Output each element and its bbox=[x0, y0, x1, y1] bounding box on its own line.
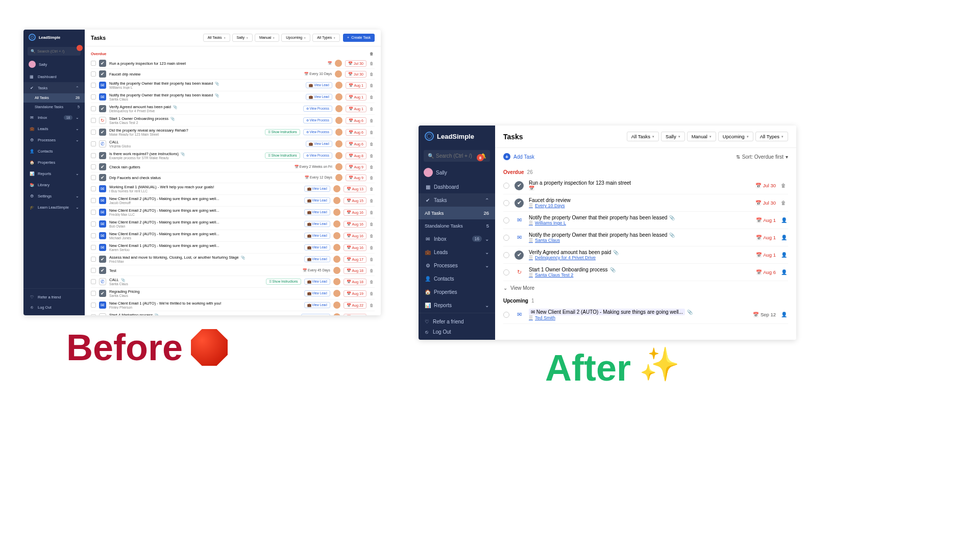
show-instructions-pill[interactable]: ☰ Show Instructions bbox=[266, 279, 301, 285]
task-checkbox[interactable] bbox=[91, 233, 96, 238]
filter-manual[interactable]: Manual▾ bbox=[687, 132, 716, 141]
sidebar-item-reports[interactable]: 📊 Reports ⌄ bbox=[23, 168, 85, 179]
sidebar-subitem-standalone-tasks[interactable]: Standalone Tasks5 bbox=[419, 219, 495, 232]
task-checkbox[interactable] bbox=[91, 314, 96, 315]
task-row[interactable]: ✉ New Client Email 2 (AUTO) - Making sur… bbox=[91, 195, 375, 207]
view-pill[interactable]: 💼 View Lead bbox=[304, 302, 330, 308]
task-checkbox[interactable] bbox=[91, 257, 96, 262]
task-row[interactable]: ✔ Run a property inspection for 123 main… bbox=[503, 177, 788, 194]
filter-all-types[interactable]: All Types▾ bbox=[312, 34, 340, 42]
trash-icon[interactable]: 🗑 bbox=[781, 200, 788, 206]
task-row[interactable]: ✔ Test 📅 Every 45 Days 📅 Aug 18 🗑 bbox=[91, 265, 375, 276]
notification-badge[interactable] bbox=[77, 45, 83, 51]
sidebar-item-dashboard[interactable]: ▦ Dashboard bbox=[419, 180, 495, 193]
sidebar-item-properties[interactable]: 🏠 Properties bbox=[23, 157, 85, 168]
task-checkbox[interactable] bbox=[91, 94, 96, 99]
footer-refer-a-friend[interactable]: ♡Refer a friend bbox=[424, 316, 490, 327]
search-input[interactable] bbox=[37, 49, 78, 54]
trash-icon[interactable]: 🗑 bbox=[781, 183, 788, 188]
task-subtitle[interactable]: ☰ Delinquency for 4 Privet Drive bbox=[529, 255, 751, 260]
task-row[interactable]: ✔ Is there work required? (see instructi… bbox=[91, 150, 375, 162]
task-checkbox[interactable] bbox=[91, 71, 96, 77]
bell-icon[interactable]: 🔔8 bbox=[480, 153, 486, 159]
task-checkbox[interactable] bbox=[91, 164, 96, 169]
task-row[interactable]: ✉ Working Email 1 (MANUAL) - We'll help … bbox=[91, 183, 375, 195]
view-pill[interactable]: 💼 View Lead bbox=[304, 186, 330, 192]
person-icon[interactable]: 👤 bbox=[781, 235, 788, 240]
view-pill[interactable]: ⚙ View Process bbox=[301, 314, 330, 315]
task-checkbox[interactable] bbox=[91, 210, 96, 215]
task-row[interactable]: ✉ New Client Email 1 (AUTO) - We're thri… bbox=[91, 299, 375, 311]
task-row[interactable]: ✉ Notify the property Owner that their p… bbox=[503, 212, 788, 229]
task-row[interactable]: ✆ CALL 📎 Santa Claus ☰ Show Instructions… bbox=[91, 276, 375, 288]
sidebar-subitem-all-tasks[interactable]: All Tasks26 bbox=[419, 207, 495, 219]
view-more-button[interactable]: ⌄ View More bbox=[503, 281, 788, 295]
task-row[interactable]: ✆ CALL Virginia Globo 💼 View Lead 📅 Aug … bbox=[91, 138, 375, 150]
trash-icon[interactable]: 🗑 bbox=[370, 176, 375, 180]
sidebar-subitem-all-tasks[interactable]: All Tasks28 bbox=[23, 93, 85, 103]
trash-icon[interactable]: 🗑 bbox=[370, 222, 375, 227]
view-pill[interactable]: 💼 View Lead bbox=[304, 256, 330, 262]
task-row[interactable]: ✔ Run a property inspection for 123 main… bbox=[91, 58, 375, 69]
view-pill[interactable]: 💼 View Lead bbox=[304, 209, 330, 215]
task-subtitle[interactable]: ☰ Williams Inge L bbox=[529, 220, 751, 226]
filter-upcoming[interactable]: Upcoming▾ bbox=[281, 34, 310, 42]
task-radio[interactable] bbox=[503, 200, 509, 206]
trash-icon[interactable]: 🗑 bbox=[370, 118, 375, 123]
trash-icon[interactable]: 🗑 bbox=[370, 315, 375, 316]
task-row[interactable]: ✔ Check rain gutters 📅 Every 2 Weeks on … bbox=[91, 162, 375, 172]
view-pill[interactable]: 💼 View Lead bbox=[304, 244, 330, 251]
filter-sally[interactable]: Sally▾ bbox=[661, 132, 685, 141]
view-pill[interactable]: 💼 View Lead bbox=[304, 221, 330, 227]
view-pill[interactable]: 💼 View Lead bbox=[306, 141, 332, 147]
sidebar-item-dashboard[interactable]: ▦ Dashboard bbox=[23, 71, 85, 82]
view-pill[interactable]: 💼 View Lead bbox=[306, 94, 332, 100]
filter-all-types[interactable]: All Types▾ bbox=[755, 132, 788, 141]
sidebar-item-settings[interactable]: ⚙ Settings ⌄ bbox=[23, 190, 85, 202]
view-pill[interactable]: 💼 View Lead bbox=[304, 197, 330, 204]
filter-all-tasks[interactable]: All Tasks▾ bbox=[627, 132, 659, 141]
filter-all-tasks[interactable]: All Tasks▾ bbox=[203, 34, 230, 42]
sidebar-item-reports[interactable]: 📊 Reports ⌄ bbox=[419, 298, 495, 312]
task-checkbox[interactable] bbox=[91, 83, 96, 88]
sidebar-item-contacts[interactable]: 👤 Contacts bbox=[419, 272, 495, 285]
task-checkbox[interactable] bbox=[91, 186, 96, 191]
sidebar-item-properties[interactable]: 🏠 Properties bbox=[419, 285, 495, 298]
task-subtitle[interactable]: ☰ Ted Smith bbox=[529, 315, 748, 320]
trash-icon[interactable]: 🗑 bbox=[370, 52, 375, 56]
task-radio[interactable] bbox=[503, 217, 509, 223]
user-item[interactable]: Sally bbox=[419, 165, 495, 180]
sidebar-item-leads[interactable]: 💼 Leads ⌄ bbox=[23, 123, 85, 134]
view-pill[interactable]: 💼 View Lead bbox=[304, 279, 330, 285]
trash-icon[interactable]: 🗑 bbox=[370, 130, 375, 135]
search-input[interactable] bbox=[436, 153, 478, 159]
view-pill[interactable]: 💼 View Lead bbox=[304, 290, 330, 296]
task-checkbox[interactable] bbox=[91, 175, 96, 180]
trash-icon[interactable]: 🗑 bbox=[370, 165, 375, 169]
task-radio[interactable] bbox=[503, 235, 509, 241]
task-list[interactable]: Overdue 🗑 ✔ Run a property inspection fo… bbox=[85, 46, 381, 315]
person-icon[interactable]: 👤 bbox=[781, 217, 788, 223]
task-row[interactable]: ✔ Regrading Pricing Santa Claus 💼 View L… bbox=[91, 288, 375, 299]
trash-icon[interactable]: 🗑 bbox=[370, 257, 375, 262]
filter-upcoming[interactable]: Upcoming▾ bbox=[718, 132, 753, 141]
task-radio[interactable] bbox=[503, 183, 509, 189]
search-bar[interactable]: 🔍 bbox=[28, 47, 81, 56]
task-checkbox[interactable] bbox=[91, 245, 96, 250]
sidebar-item-tasks[interactable]: ✔ Tasks ⌃ bbox=[419, 193, 495, 207]
task-row[interactable]: ✔ Faucet drip review ☰ Every 10 Days 📅 J… bbox=[503, 194, 788, 212]
sidebar-item-learn-leadsimple[interactable]: 🎓 Learn LeadSimple ⌄ bbox=[23, 202, 85, 213]
task-row[interactable]: ✉ New Client Email 2 (AUTO) - Making sur… bbox=[91, 230, 375, 242]
task-checkbox[interactable] bbox=[91, 279, 96, 284]
task-row[interactable]: ✔ Verify Agreed amount has been paid 📎 D… bbox=[91, 103, 375, 115]
task-row[interactable]: ✉ ✉ New Client Email 2 (AUTO) - Making s… bbox=[503, 306, 788, 324]
task-checkbox[interactable] bbox=[91, 221, 96, 227]
sidebar-item-tasks[interactable]: ✔ Tasks ⌃ bbox=[23, 82, 85, 93]
sidebar-item-library[interactable]: 📚 Library bbox=[23, 179, 85, 190]
person-icon[interactable]: 👤 bbox=[781, 269, 788, 275]
view-pill[interactable]: ⚙ View Process bbox=[303, 117, 332, 123]
task-checkbox[interactable] bbox=[91, 268, 96, 273]
trash-icon[interactable]: 🗑 bbox=[370, 291, 375, 296]
trash-icon[interactable]: 🗑 bbox=[370, 154, 375, 158]
view-pill[interactable]: 💼 View Lead bbox=[306, 82, 332, 88]
